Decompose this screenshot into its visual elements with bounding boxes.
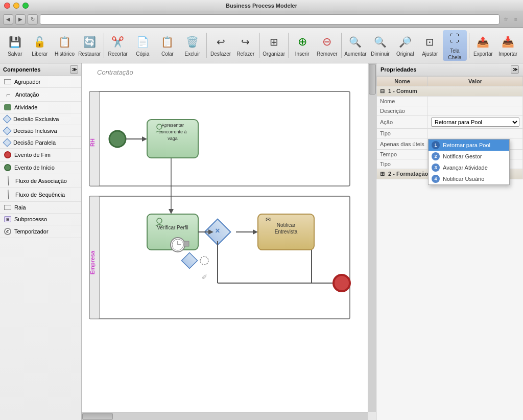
refazer-button[interactable]: ↪ Refazer	[233, 30, 257, 61]
dropdown-option-1[interactable]: 1 Retornar para Pool	[429, 139, 509, 151]
main-layout: Componentes ≫ Agrupador ⌐ Anotação Ativi…	[0, 63, 523, 420]
diagram-svg: RH Empresa Apresentar concorrente à	[82, 63, 368, 412]
diminuir-button[interactable]: 🔍 Diminuir	[368, 30, 392, 61]
sidebar-item-fluxo-sequencia[interactable]: ╱ Fluxo de Sequência	[0, 188, 81, 202]
colar-button[interactable]: 📋 Colar	[156, 30, 180, 61]
svg-point-27	[200, 256, 208, 265]
field-tipo-value[interactable]: 1 Retornar para Pool 2 Notificar Gestor …	[428, 129, 523, 138]
option-num-3: 3	[432, 164, 440, 172]
star-icon[interactable]: ☆	[502, 15, 510, 24]
organizar-button[interactable]: ⊞ Organizar	[262, 30, 286, 61]
field-acao-row: Ação Retornar para Pool Notificar Gestor…	[377, 116, 523, 129]
sidebar-item-temporizador[interactable]: ⏱ Temporizador	[0, 225, 81, 238]
copia-button[interactable]: 📄 Cópia	[131, 30, 155, 61]
svg-text:Empresa: Empresa	[89, 250, 96, 274]
field-nome-row: Nome	[377, 97, 523, 106]
diagram-canvas[interactable]: Contratação RH Empresa	[82, 63, 368, 412]
option-num-1: 1	[432, 141, 440, 149]
acao-dropdown[interactable]: Retornar para Pool Notificar Gestor Avan…	[431, 118, 519, 127]
close-button[interactable]	[4, 3, 10, 9]
canvas-area[interactable]: Contratação RH Empresa	[82, 63, 376, 420]
desfazer-button[interactable]: ↩ Desfazer	[209, 30, 233, 61]
field-descricao-input[interactable]	[431, 108, 519, 114]
field-acao-label: Ação	[377, 116, 428, 129]
vertical-scroll-thumb[interactable]	[369, 64, 376, 95]
excluir-icon: 🗑️	[184, 34, 201, 50]
section-comum-row[interactable]: ⊟ 1 - Comum	[377, 86, 523, 97]
temporizador-icon: ⏱	[4, 228, 11, 235]
sidebar-item-agrupador[interactable]: Agrupador	[0, 76, 81, 88]
refresh-button[interactable]: ↻	[28, 14, 38, 25]
svg-text:×: ×	[215, 226, 220, 235]
ajustar-button[interactable]: ⊡ Ajustar	[418, 30, 442, 61]
vertical-scrollbar[interactable]	[368, 63, 376, 412]
field-nome-input[interactable]	[431, 98, 519, 104]
sidebar-item-decisao-paralela[interactable]: Decisão Paralela	[0, 137, 81, 149]
sidebar-item-decisao-exclusiva[interactable]: Decisão Exclusiva	[0, 113, 81, 125]
section-comum-label: ⊟ 1 - Comum	[377, 86, 523, 97]
separator-1	[104, 33, 104, 58]
sidebar-item-atividade[interactable]: Atividade	[0, 102, 81, 113]
address-bar: ◀ ▶ ↻ ☆ ≡	[0, 11, 523, 28]
tipo-dropdown-popup[interactable]: 1 Retornar para Pool 2 Notificar Gestor …	[428, 139, 510, 185]
dropdown-option-2[interactable]: 2 Notificar Gestor	[429, 151, 509, 162]
inserir-icon: ⊕	[294, 34, 311, 50]
remover-button[interactable]: ⊖ Remover	[315, 30, 339, 61]
maximize-button[interactable]	[22, 3, 29, 9]
decisao-exclusiva-icon	[3, 115, 12, 124]
colar-icon: 📋	[159, 34, 176, 50]
svg-text:Entrevista: Entrevista	[275, 229, 298, 235]
exportar-button[interactable]: 📤 Exportar	[471, 30, 495, 61]
sidebar-title: Componentes	[3, 66, 40, 73]
horizontal-scrollbar[interactable]	[82, 412, 368, 420]
sidebar-item-decisao-inclusiva[interactable]: Decisão Inclusiva	[0, 125, 81, 137]
properties-expand-button[interactable]: ≫	[511, 65, 519, 74]
window-controls[interactable]	[4, 3, 29, 9]
liberar-button[interactable]: 🔓 Liberar	[28, 30, 52, 61]
sidebar-item-evento-fim[interactable]: Evento de Fim	[0, 149, 81, 161]
sidebar-item-label: Temporizador	[14, 228, 49, 235]
refazer-icon: ↪	[237, 34, 254, 50]
dropdown-option-4[interactable]: 4 Notificar Usuário	[429, 173, 509, 184]
field-descricao-value[interactable]	[428, 106, 523, 116]
separator-5	[341, 33, 342, 58]
tela-cheia-button[interactable]: ⛶ Tela Cheia	[443, 30, 467, 61]
sidebar-item-label: Fluxo de Sequência	[15, 192, 65, 198]
recortar-button[interactable]: ✂️ Recortar	[106, 30, 130, 61]
historico-button[interactable]: 📋 Histórico	[53, 30, 77, 61]
original-button[interactable]: 🔎 Original	[393, 30, 417, 61]
sidebar-item-anotacao[interactable]: ⌐ Anotação	[0, 88, 81, 102]
sidebar-collapse-button[interactable]: ≫	[70, 65, 78, 74]
svg-text:Verificar Perfil: Verificar Perfil	[157, 225, 188, 230]
importar-button[interactable]: 📥 Importar	[496, 30, 520, 61]
field-acao-value[interactable]: Retornar para Pool Notificar Gestor Avan…	[428, 116, 523, 129]
field-nome-value[interactable]	[428, 97, 523, 106]
remover-icon: ⊖	[319, 34, 335, 50]
recortar-icon: ✂️	[110, 34, 126, 50]
sidebar-item-fluxo-associacao[interactable]: ╱ Fluxo de Associação	[0, 174, 81, 188]
back-button[interactable]: ◀	[3, 14, 13, 25]
expand-icon-2: ⊞	[380, 171, 385, 177]
field-descricao-row: Descrição	[377, 106, 523, 116]
diminuir-icon: 🔍	[372, 34, 389, 50]
svg-text:Notificar: Notificar	[277, 222, 296, 228]
sidebar-item-subprocesso[interactable]: ⊞ Subprocesso	[0, 214, 81, 225]
excluir-button[interactable]: 🗑️ Excluir	[180, 30, 204, 61]
restaurar-button[interactable]: 🔄 Restaurar	[78, 30, 102, 61]
menu-icon[interactable]: ≡	[512, 15, 520, 24]
inserir-button[interactable]: ⊕ Inserir	[290, 30, 314, 61]
horizontal-scroll-thumb[interactable]	[82, 413, 113, 420]
sidebar-item-raia[interactable]: Raia	[0, 202, 81, 214]
acao-select[interactable]: Retornar para Pool Notificar Gestor Avan…	[431, 118, 519, 127]
address-input[interactable]	[40, 14, 500, 25]
dropdown-option-3[interactable]: 3 Avançar Atividade	[429, 162, 509, 173]
forward-button[interactable]: ▶	[15, 14, 26, 25]
expand-icon: ⊟	[380, 88, 385, 94]
minimize-button[interactable]	[13, 3, 19, 9]
svg-text:RH: RH	[89, 138, 96, 147]
aumentar-button[interactable]: 🔍 Aumentar	[344, 30, 368, 61]
salvar-button[interactable]: 💾 Salvar	[3, 30, 27, 61]
sidebar-item-evento-inicio[interactable]: Evento de Início	[0, 161, 81, 174]
sidebar-item-label: Fluxo de Associação	[15, 178, 67, 184]
components-sidebar: Componentes ≫ Agrupador ⌐ Anotação Ativi…	[0, 63, 82, 420]
